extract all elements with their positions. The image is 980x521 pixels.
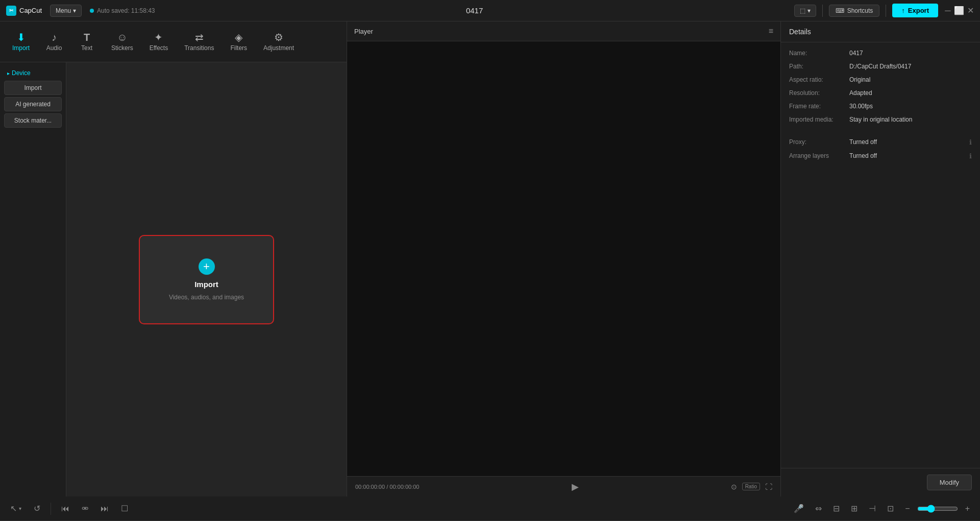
- tab-audio[interactable]: ♪ Audio: [39, 28, 69, 56]
- next-frame-icon: ⏭: [101, 504, 109, 513]
- detail-row-proxy: Proxy: Turned off ℹ: [789, 138, 972, 146]
- detail-label-framerate: Frame rate:: [789, 103, 845, 110]
- microphone-icon[interactable]: 🎤: [790, 501, 808, 516]
- select-tool[interactable]: ↖ ▾: [6, 501, 26, 516]
- menu-button[interactable]: Menu ▾: [50, 5, 82, 17]
- split-track-icon[interactable]: ⊣: [865, 501, 880, 516]
- arrange-layers-info-icon[interactable]: ℹ: [969, 152, 972, 160]
- toolbar-separator: [51, 503, 51, 515]
- detail-row-framerate: Frame rate: 30.00fps: [789, 103, 972, 110]
- tab-effects[interactable]: ✦ Effects: [142, 28, 175, 56]
- detail-value-framerate: 30.00fps: [849, 103, 972, 110]
- tab-transitions[interactable]: ⇄ Transitions: [177, 28, 221, 56]
- divider: [822, 5, 823, 17]
- adjustment-tab-icon: ⚙: [274, 32, 283, 42]
- zoom-out-icon[interactable]: −: [901, 502, 914, 516]
- minimize-button[interactable]: ─: [944, 7, 951, 14]
- magnet-icon[interactable]: ⊟: [829, 501, 844, 516]
- detail-label-proxy: Proxy:: [789, 138, 845, 146]
- import-tab-icon: ⬇: [17, 32, 26, 42]
- sidebar-item-stock-material[interactable]: Stock mater...: [4, 113, 62, 128]
- detail-row-aspect: Aspect ratio: Original: [789, 76, 972, 83]
- import-box-sublabel: Videos, audios, and images: [169, 294, 244, 301]
- divider2: [886, 5, 886, 17]
- tab-bar: ⬇ Import ♪ Audio T Text ☺ Stickers ✦ Eff…: [0, 21, 347, 62]
- details-title: Details: [781, 21, 980, 42]
- autosave-indicator: Auto saved: 11:58:43: [90, 7, 155, 14]
- player-right-controls: ⊙ Ratio ⛶: [731, 483, 772, 491]
- top-right-controls: ⬚ ▾ ⌨ Shortcuts ↑ Export ─ ⬜ ✕: [794, 4, 974, 17]
- tab-filters[interactable]: ◈ Filters: [223, 28, 254, 56]
- undo-button[interactable]: ↺: [30, 501, 44, 516]
- close-button[interactable]: ✕: [967, 7, 974, 14]
- tab-text[interactable]: T Text: [71, 28, 102, 56]
- export-button[interactable]: ↑ Export: [892, 4, 938, 17]
- player-menu-icon[interactable]: ≡: [769, 27, 773, 36]
- tab-import[interactable]: ⬇ Import: [5, 28, 37, 56]
- detail-value-name: 0417: [849, 50, 972, 57]
- monitor-button[interactable]: ⬚ ▾: [794, 5, 816, 17]
- next-frame-button[interactable]: ⏭: [96, 502, 113, 516]
- shortcuts-button[interactable]: ⌨ Shortcuts: [829, 5, 880, 17]
- ratio-badge[interactable]: Ratio: [742, 483, 760, 490]
- split-icon: ⚮: [82, 504, 88, 513]
- player-canvas: [347, 41, 780, 476]
- prev-frame-icon: ⏮: [61, 504, 69, 513]
- split-button[interactable]: ⚮: [78, 501, 92, 516]
- adjustment-tab-label: Adjustment: [263, 44, 294, 52]
- link-icon[interactable]: ⇔: [811, 501, 826, 516]
- export-icon: ↑: [901, 7, 905, 14]
- monitor-chevron: ▾: [807, 7, 811, 14]
- filters-tab-icon: ◈: [235, 32, 242, 42]
- logo-area: ✂ CapCut: [6, 6, 42, 16]
- detail-row-resolution: Resolution: Adapted: [789, 89, 972, 97]
- delete-icon: ☐: [121, 504, 128, 513]
- player-time: 00:00:00:00 / 00:00:00:00: [355, 484, 419, 490]
- player-header: Player ≡: [347, 21, 780, 41]
- zoom-slider[interactable]: [917, 505, 958, 513]
- content-area: ▸ Device Import AI generated Stock mater…: [0, 62, 347, 496]
- import-tab-label: Import: [12, 44, 30, 52]
- sidebar-item-import[interactable]: Import: [4, 81, 62, 95]
- details-footer: Modify: [781, 468, 980, 496]
- play-button[interactable]: ▶: [572, 481, 579, 492]
- player-panel: Player ≡ 00:00:00:00 / 00:00:00:00 ▶ ⊙ R…: [347, 21, 781, 496]
- menu-chevron-icon: ▾: [73, 7, 76, 14]
- proxy-info-icon[interactable]: ℹ: [969, 138, 972, 146]
- zoom-in-icon[interactable]: +: [961, 502, 974, 516]
- import-drop-zone[interactable]: + Import Videos, audios, and images: [139, 235, 274, 324]
- sidebar-item-ai-generated[interactable]: AI generated: [4, 97, 62, 111]
- tab-adjustment[interactable]: ⚙ Adjustment: [256, 28, 301, 56]
- detail-row-name: Name: 0417: [789, 50, 972, 57]
- sidebar-section-device[interactable]: ▸ Device: [4, 67, 62, 79]
- audio-tab-icon: ♪: [52, 32, 57, 42]
- stickers-tab-label: Stickers: [111, 44, 133, 52]
- sidebar: ▸ Device Import AI generated Stock mater…: [0, 62, 66, 496]
- player-title: Player: [354, 28, 373, 35]
- fullscreen-icon[interactable]: ⛶: [765, 483, 772, 491]
- detail-value-imported-media: Stay in original location: [849, 116, 972, 123]
- maximize-button[interactable]: ⬜: [955, 7, 963, 14]
- captions-icon[interactable]: ⊡: [883, 501, 898, 516]
- effects-tab-icon: ✦: [154, 32, 163, 42]
- left-panel: ⬇ Import ♪ Audio T Text ☺ Stickers ✦ Eff…: [0, 21, 347, 496]
- detail-label-resolution: Resolution:: [789, 89, 845, 97]
- clip-icon[interactable]: ⊞: [847, 501, 862, 516]
- transitions-tab-icon: ⇄: [195, 32, 204, 42]
- detail-value-aspect: Original: [849, 76, 972, 83]
- screenshot-icon[interactable]: ⊙: [731, 483, 737, 491]
- import-box-label: Import: [194, 280, 218, 289]
- delete-button[interactable]: ☐: [117, 501, 132, 516]
- modify-button[interactable]: Modify: [927, 475, 972, 490]
- detail-label-path: Path:: [789, 63, 845, 70]
- tab-stickers[interactable]: ☺ Stickers: [104, 28, 140, 56]
- detail-row-arrange-layers: Arrange layers Turned off ℹ: [789, 152, 972, 160]
- export-label: Export: [908, 7, 929, 14]
- details-panel: Details Name: 0417 Path: D:/CapCut Draft…: [781, 21, 980, 496]
- detail-label-imported-media: Imported media:: [789, 116, 845, 123]
- detail-label-aspect: Aspect ratio:: [789, 76, 845, 83]
- detail-gap: [789, 129, 972, 132]
- shortcuts-label: Shortcuts: [847, 7, 873, 14]
- project-title: 0417: [466, 6, 483, 15]
- prev-frame-button[interactable]: ⏮: [57, 502, 74, 516]
